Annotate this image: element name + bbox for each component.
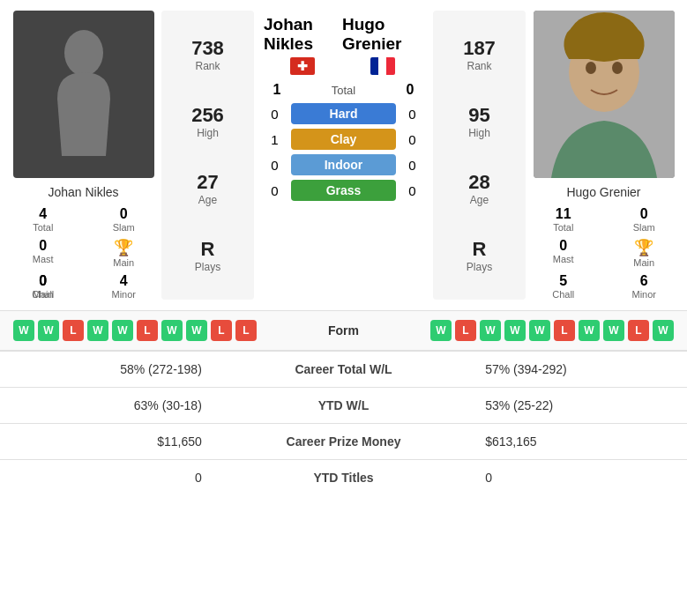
right-chall-minor: 5 Chall 6 Minor [531,273,676,300]
right-age-label: Age [470,194,489,206]
form-label: Form [300,323,388,338]
right-flag [370,57,395,75]
right-trophy-icon: 🏆 [634,238,653,257]
right-stat-val: 0 [467,460,687,496]
left-high-label: High [197,127,219,139]
indoor-right: 0 [401,158,423,173]
left-silhouette [49,28,119,160]
left-age-label: Age [198,194,217,206]
left-stat-val: 58% (272-198) [0,352,220,388]
left-form-badge: W [186,320,207,341]
right-form-badges: WLWWWLWWLW [395,320,675,341]
left-trophy-area: 🏆 Main [92,238,157,268]
left-chall: 0 Chall [11,273,76,300]
indoor-row: 0 Indoor 0 [264,154,423,175]
left-plays-value: R [201,238,215,261]
right-stat-val: $613,165 [467,424,687,460]
right-minor-label: Minor [631,289,656,300]
right-form-badge: W [579,320,600,341]
svg-point-3 [586,62,596,74]
left-rank-stat: 738 Rank [191,37,224,72]
right-stat-val: 53% (25-22) [467,388,687,424]
indoor-left: 0 [264,158,286,173]
right-form-badge: L [455,320,476,341]
right-high-value: 95 [468,104,489,127]
right-player-name: Hugo Grenier [566,185,640,199]
swiss-cross-icon: ✚ [297,59,308,73]
right-photo-svg [534,11,675,178]
left-stat-slam: 0 Slam [92,206,157,233]
left-plays-stat: R Plays [195,238,220,273]
left-stat-val: $11,650 [0,424,220,460]
right-stats-grid: 11 Total 0 Slam 0 Mast 🏆 Main [531,206,676,268]
right-slam-value: 0 [640,206,648,222]
left-stat-val: 0 [0,460,220,496]
left-main-label: Main [113,257,134,268]
left-trophy-icon: 🏆 [114,238,133,257]
left-mid-stats: 738 Rank 256 High 27 Age R Plays [161,11,254,300]
left-form-badge: W [38,320,59,341]
left-chall-minor: 0 Chall 4 Minor [11,273,156,300]
right-plays-label: Plays [467,261,492,273]
left-form-badge: W [13,320,34,341]
clay-right: 0 [401,132,423,147]
total-comparison-row: 1 Total 0 [264,82,423,98]
right-age-value: 28 [468,171,489,194]
right-name-title: Hugo Grenier [342,15,423,54]
left-slam-value: 0 [120,206,128,222]
right-high-label: High [468,127,490,139]
right-high-stat: 95 High [468,104,490,139]
left-total-value: 4 [39,206,47,222]
left-age-value: 27 [197,171,218,194]
stats-table-row: $11,650Career Prize Money$613,165 [0,424,687,460]
left-minor-value: 4 [120,273,128,289]
right-form-badge: W [504,320,526,341]
left-rank-label: Rank [195,60,220,72]
stats-table: 58% (272-198)Career Total W/L57% (394-29… [0,351,687,495]
indoor-btn: Indoor [291,154,396,175]
center-comparison: Johan Nikles ✚ Hugo Grenier 1 Total 0 [259,11,428,300]
main-container: Johan Nikles 4 Total 0 Slam 0 Mast 🏆 Mai… [0,0,687,495]
clay-btn: Clay [291,129,396,150]
left-total-label: Total [33,222,53,233]
top-area: Johan Nikles 4 Total 0 Slam 0 Mast 🏆 Mai… [0,0,687,310]
left-player-photo [13,11,154,178]
right-stat-slam: 0 Slam [612,206,677,233]
left-form-badge: L [235,320,257,341]
right-mid-stats: 187 Rank 95 High 28 Age R Plays [433,11,526,300]
right-form-badge: W [480,320,501,341]
right-rank-value: 187 [463,37,496,60]
right-trophy-area: 🏆 Main [612,238,677,268]
right-stat-val: 57% (394-292) [467,352,687,388]
right-plays-value: R [473,238,487,261]
left-chall-label: Chall [32,289,54,300]
left-form-badge: W [87,320,108,341]
right-slam-label: Slam [633,222,655,233]
left-age-stat: 27 Age [197,171,218,206]
right-total-value: 11 [556,206,571,222]
center-stat-label: YTD Titles [220,460,467,496]
left-form-badge: L [137,320,158,341]
center-stat-label: Career Prize Money [220,424,467,460]
surface-rows: 0 Hard 0 1 Clay 0 0 Indoor 0 0 Grass [264,103,423,201]
left-high-value: 256 [191,104,224,127]
grass-right: 0 [401,183,423,198]
left-stat-val: 63% (30-18) [0,388,220,424]
left-flag: ✚ [290,57,315,75]
left-chall-value: 0 [39,273,47,289]
clay-row: 1 Clay 0 [264,129,423,150]
right-plays-stat: R Plays [467,238,492,273]
left-mast-label: Mast [33,254,54,264]
right-chall: 5 Chall [531,273,596,300]
right-form-badge: W [529,320,550,341]
right-mast-label: Mast [553,254,574,264]
center-stat-label: Career Total W/L [220,352,467,388]
left-mast-value: 0 [39,238,47,254]
hard-right: 0 [401,107,423,122]
hard-btn: Hard [291,103,396,124]
right-main-label: Main [633,257,654,268]
form-section: WWLWWLWWLL Form WLWWWLWWLW [0,310,687,351]
left-name-title: Johan Nikles [264,15,342,54]
total-right-val: 0 [397,82,423,98]
left-minor-label: Minor [111,289,136,300]
